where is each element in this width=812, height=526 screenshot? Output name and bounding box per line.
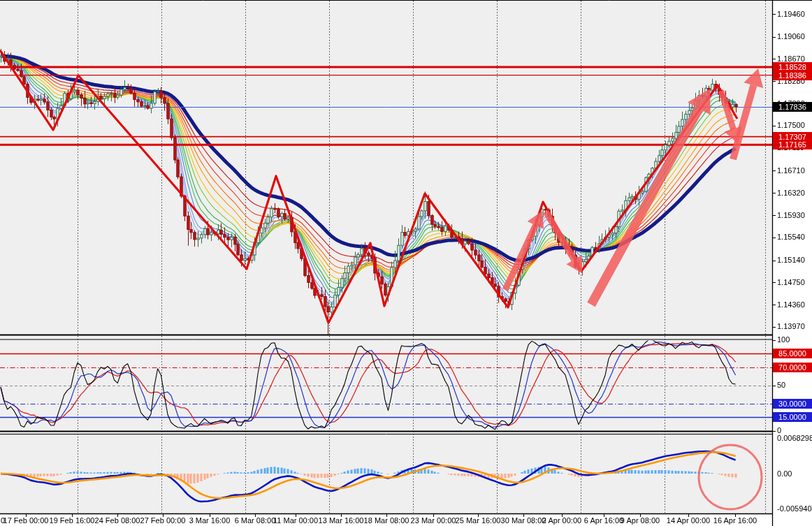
oscillator-level-marker: 15.0000 bbox=[773, 412, 812, 422]
current-price-marker: 1.17836 bbox=[773, 102, 812, 112]
price-tick-label: 1.15140 bbox=[777, 256, 805, 265]
time-axis-label: 16 Apr 16:00 bbox=[713, 516, 757, 525]
time-axis-label: 25 Mar 16:00 bbox=[456, 516, 501, 525]
time-axis-label: 6 Apr 16:00 bbox=[584, 516, 623, 525]
macd-max-label: 0.0068298 bbox=[777, 434, 812, 442]
oscillator-level-marker: 85.0000 bbox=[773, 349, 812, 358]
time-axis-label: 19 Feb 16:00 bbox=[50, 516, 95, 525]
price-tick-label: 1.17500 bbox=[777, 121, 805, 130]
time-axis-label: 14 Apr 00:00 bbox=[667, 516, 710, 525]
oscillator-level-label: 50 bbox=[777, 381, 785, 390]
macd-min-label: -0.0059401 bbox=[777, 504, 812, 513]
price-tick-label: 1.19060 bbox=[777, 32, 805, 41]
price-tick-label: 1.14360 bbox=[777, 300, 805, 309]
time-axis-label: 17 Feb 00:00 bbox=[3, 516, 49, 525]
time-axis-label: 2 Apr 00:00 bbox=[542, 516, 581, 525]
hline-price-marker: 1.17165 bbox=[773, 140, 812, 149]
price-tick-label: 1.15540 bbox=[777, 233, 805, 242]
price-tick-label: 1.15930 bbox=[777, 211, 805, 220]
oscillator-level-marker: 30.0000 bbox=[773, 399, 812, 409]
price-tick-label: 1.16320 bbox=[777, 189, 805, 198]
time-axis-label: 24 Feb 08:00 bbox=[95, 516, 140, 525]
time-axis-label: 3 Mar 16:00 bbox=[189, 516, 231, 525]
time-axis-label: 18 Mar 08:00 bbox=[364, 516, 409, 525]
price-tick-label: 1.19460 bbox=[777, 10, 805, 19]
oscillator-level-label: 100 bbox=[777, 335, 790, 344]
time-axis-label: 30 Mar 08:00 bbox=[501, 516, 546, 525]
macd-zero-label: 0.00 bbox=[777, 469, 792, 478]
price-tick-label: 1.16710 bbox=[777, 166, 805, 175]
hline-price-marker: 1.18386 bbox=[773, 71, 812, 80]
time-axis-label: 23 Mar 00:00 bbox=[411, 516, 456, 525]
trading-chart-window: 1.194601.190601.186701.182801.178901.175… bbox=[0, 0, 812, 526]
chart-canvas[interactable] bbox=[0, 0, 812, 526]
time-axis-label: 27 Feb 00:00 bbox=[140, 516, 186, 525]
price-tick-label: 1.14750 bbox=[777, 278, 805, 287]
time-axis-label: 13 Mar 16:00 bbox=[319, 516, 364, 525]
price-tick-label: 1.13970 bbox=[777, 322, 805, 331]
time-axis-label: 9 Apr 08:00 bbox=[621, 516, 660, 525]
time-axis-label: 11 Mar 00:00 bbox=[273, 516, 318, 525]
oscillator-level-marker: 70.0000 bbox=[773, 363, 812, 372]
time-axis-label: 6 Mar 08:00 bbox=[235, 516, 276, 525]
